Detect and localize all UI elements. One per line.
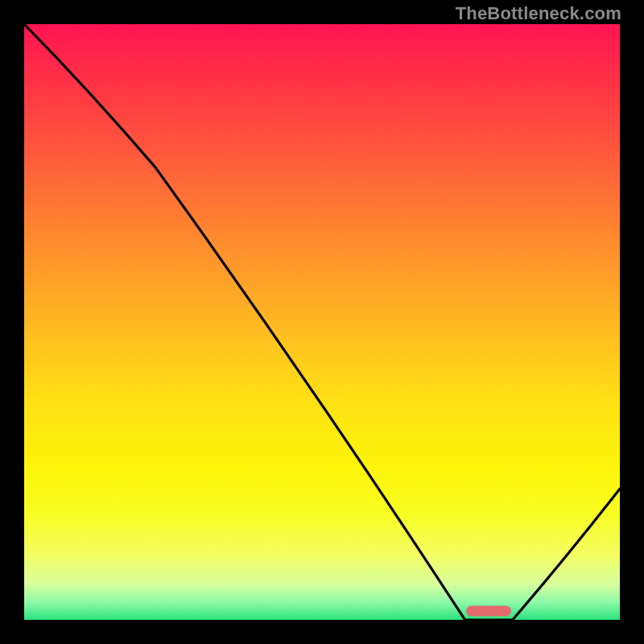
bottleneck-curve [24, 24, 620, 620]
curve-path [24, 24, 620, 620]
optimal-marker [466, 605, 511, 616]
chart-canvas: TheBottleneck.com [0, 0, 644, 644]
watermark-text: TheBottleneck.com [456, 3, 621, 24]
plot-area [24, 24, 620, 620]
